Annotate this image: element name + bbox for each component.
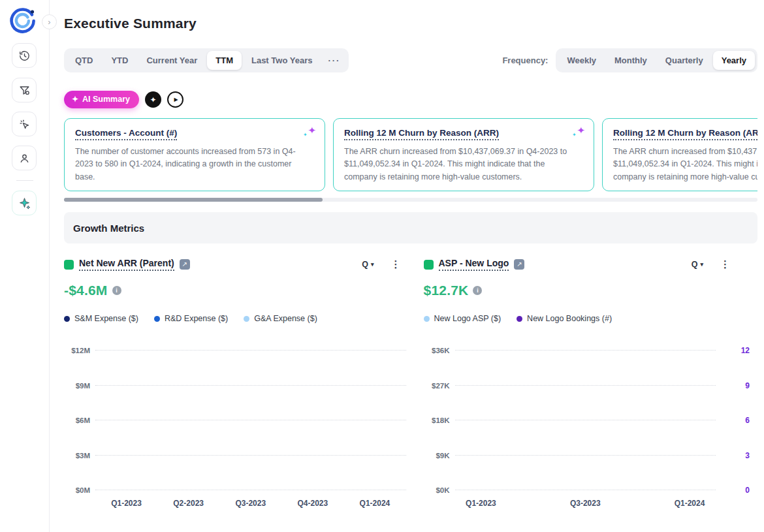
cursor-click-icon [18, 118, 31, 131]
brand-logo[interactable] [8, 6, 37, 35]
y-axis-tick: $36K [424, 347, 450, 354]
sidebar-item-accounts[interactable] [12, 146, 37, 170]
card-body: The number of customer accounts increase… [75, 146, 307, 183]
chart-legend: New Logo ASP ($)New Logo Bookings (#) [424, 314, 758, 323]
ai-summary-row: ✦ AI Summary ✦ ▶ [64, 91, 757, 108]
secondary-y-axis-tick: 3 [724, 451, 750, 460]
user-icon [18, 152, 31, 164]
legend-label: G&A Expense ($) [254, 314, 317, 323]
y-axis-tick: $18K [424, 416, 450, 424]
frequency-dropdown[interactable]: Q ▾ [362, 260, 374, 269]
chart-menu-button[interactable]: ⋮ [720, 258, 730, 270]
tab-yearly[interactable]: Yearly [713, 51, 755, 70]
filter-icon [18, 84, 31, 97]
value-row: $12.7K i [424, 283, 758, 298]
card-title[interactable]: Rolling 12 M Churn by Reason (ARR) [613, 128, 757, 140]
x-axis-tick: Q1-2023 [95, 499, 157, 508]
ai-play-button[interactable]: ▶ [167, 91, 183, 108]
chart-controls: Q ▾ ⋮ [362, 258, 400, 270]
frequency-value: Q [692, 260, 698, 269]
chart-title[interactable]: Net New ARR (Parent) [79, 258, 174, 271]
chart-controls: Q ▾ ⋮ [692, 258, 730, 270]
legend-item[interactable]: R&D Expense ($) [154, 314, 228, 323]
tab-qtd[interactable]: QTD [67, 51, 101, 70]
chevron-right-icon: › [48, 17, 50, 27]
legend-item[interactable]: New Logo ASP ($) [424, 314, 501, 323]
legend-label: R&D Expense ($) [165, 314, 228, 323]
legend-item[interactable]: S&M Expense ($) [64, 314, 138, 323]
tab-ttm[interactable]: TTM [207, 51, 242, 70]
play-icon: ▶ [174, 97, 178, 102]
ai-summary-button[interactable]: ✦ AI Summary [64, 91, 139, 108]
card-body: The ARR churn increased from $10,437,069… [613, 146, 757, 183]
frequency-controls: Frequency: Weekly Monthly Quarterly Year… [502, 48, 757, 72]
x-axis-tick: Q2-2023 [157, 499, 219, 508]
value-row: -$4.6M i [64, 283, 409, 298]
ai-summary-card[interactable]: Customers - Account (#) The number of cu… [64, 118, 325, 191]
sidebar-collapse-button[interactable]: › [42, 14, 57, 29]
frequency-label: Frequency: [502, 55, 548, 65]
ai-generate-button[interactable]: ✦ [145, 91, 161, 108]
grid-area: $0M$3M$6M$9M$12MQ1-2023Q2-2023Q3-2023Q4-… [95, 351, 406, 490]
sidebar-item-history[interactable] [12, 43, 37, 68]
tab-ytd[interactable]: YTD [103, 51, 136, 70]
tab-monthly[interactable]: Monthly [606, 51, 656, 70]
x-axis-tick: Q3-2023 [559, 499, 611, 508]
y-axis-tick: $6M [64, 416, 90, 424]
card-title[interactable]: Rolling 12 M Churn by Reason (ARR) [344, 128, 499, 140]
history-icon [18, 50, 31, 62]
tab-last-two-years[interactable]: Last Two Years [243, 51, 321, 70]
cards-scrollbar[interactable] [64, 198, 757, 202]
section-title: Growth Metrics [73, 223, 144, 234]
chart-plot: $0K0$9K3$18K6$27K9$36K12Q1-2023Q3-2023Q1… [424, 347, 758, 512]
frequency-value: Q [362, 260, 368, 269]
legend-item[interactable]: New Logo Bookings (#) [517, 314, 612, 323]
tab-current-year[interactable]: Current Year [138, 51, 206, 70]
chevron-down-icon: ▾ [700, 261, 703, 268]
tab-weekly[interactable]: Weekly [558, 51, 605, 70]
more-ranges-button[interactable]: ··· [322, 51, 346, 70]
info-icon[interactable]: i [112, 286, 121, 295]
bar-slot [157, 351, 219, 490]
sidebar-item-actions[interactable] [12, 112, 37, 136]
ai-sparkle-icon [18, 196, 31, 210]
legend-dot [424, 316, 430, 322]
main-content: Executive Summary QTD YTD Current Year T… [50, 0, 764, 532]
frequency-dropdown[interactable]: Q ▾ [692, 260, 703, 269]
legend-item[interactable]: G&A Expense ($) [244, 314, 317, 323]
sidebar-item-ai[interactable] [12, 191, 37, 215]
y-axis-tick: $12M [64, 347, 90, 354]
info-icon[interactable]: i [473, 286, 482, 295]
bar-slot [219, 351, 281, 490]
x-axis-tick: Q1-2024 [663, 499, 716, 508]
external-link-icon[interactable]: ↗ [514, 259, 524, 270]
chart-title[interactable]: ASP - New Logo [439, 258, 509, 271]
bar-slot [559, 351, 611, 490]
ai-summary-card[interactable]: Rolling 12 M Churn by Reason (ARR) The A… [333, 118, 594, 191]
toolbar: QTD YTD Current Year TTM Last Two Years … [64, 48, 757, 72]
bar-slot [611, 351, 663, 490]
chart-menu-button[interactable]: ⋮ [391, 258, 401, 270]
legend-label: New Logo Bookings (#) [527, 314, 612, 323]
sidebar: › [0, 0, 50, 532]
section-growth-metrics: Growth Metrics [64, 212, 757, 243]
external-link-icon[interactable]: ↗ [180, 259, 190, 270]
y-axis-tick: $9M [64, 382, 90, 390]
x-axis-tick: Q1-2023 [455, 499, 507, 508]
ai-summary-card[interactable]: Rolling 12 M Churn by Reason (ARR) The A… [602, 118, 757, 191]
tab-quarterly[interactable]: Quarterly [657, 51, 712, 70]
x-axis-tick: Q3-2023 [219, 499, 281, 508]
card-title[interactable]: Customers - Account (#) [75, 128, 177, 140]
y-axis-tick: $9K [424, 452, 450, 460]
metric-value: -$4.6M [64, 283, 108, 298]
chart-header: ASP - New Logo ↗ Q ▾ ⋮ [424, 258, 758, 271]
cards-scrollbar-thumb[interactable] [64, 198, 323, 202]
legend-label: S&M Expense ($) [74, 314, 138, 323]
bar-slot [343, 351, 406, 490]
legend-label: New Logo ASP ($) [434, 314, 501, 323]
x-axis-tick: Q1-2024 [343, 499, 406, 508]
secondary-y-axis-tick: 9 [724, 381, 750, 390]
bar-slot [663, 351, 716, 490]
metric-color-swatch [424, 260, 434, 270]
sidebar-item-filters[interactable] [12, 78, 37, 102]
